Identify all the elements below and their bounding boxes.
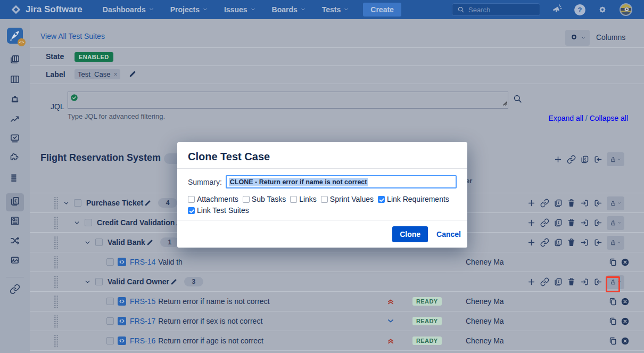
checkbox-unchecked[interactable] bbox=[290, 196, 297, 203]
sidebar-item-test-report-icon[interactable] bbox=[10, 217, 20, 227]
checkbox-unchecked[interactable] bbox=[243, 196, 250, 203]
clone-option-attachments[interactable]: Attachments bbox=[188, 195, 238, 203]
issue-key-link[interactable]: FRS-14 bbox=[130, 258, 155, 266]
nav-item-boards[interactable]: Boards bbox=[272, 5, 306, 14]
clone-suite-icon[interactable] bbox=[554, 199, 563, 208]
add-icon[interactable] bbox=[527, 218, 536, 227]
drag-handle-icon[interactable] bbox=[53, 216, 59, 229]
edit-label-pencil-icon[interactable] bbox=[129, 70, 137, 80]
link-icon[interactable] bbox=[540, 218, 549, 227]
nav-item-tests[interactable]: Tests bbox=[322, 5, 350, 14]
nav-item-dashboards[interactable]: Dashboards bbox=[103, 5, 154, 14]
export-share-dropdown-button[interactable] bbox=[607, 152, 624, 166]
collapse-chevron-icon[interactable] bbox=[84, 278, 91, 285]
clone-option-link-requirements[interactable]: Link Requirements bbox=[378, 195, 449, 203]
delete-trash-icon[interactable] bbox=[567, 238, 576, 247]
drag-handle-icon[interactable] bbox=[53, 295, 59, 308]
create-button[interactable]: Create bbox=[363, 3, 401, 17]
nav-item-projects[interactable]: Projects bbox=[170, 5, 208, 14]
row-checkbox[interactable] bbox=[106, 258, 114, 266]
sidebar-item-reports-chart-icon[interactable] bbox=[10, 114, 20, 125]
link-icon[interactable] bbox=[540, 199, 549, 208]
clone-option-sprint-values[interactable]: Sprint Values bbox=[321, 195, 374, 203]
edit-suite-pencil-icon[interactable] bbox=[170, 278, 178, 285]
announcements-megaphone-icon[interactable] bbox=[552, 4, 563, 15]
row-checkbox[interactable] bbox=[85, 219, 92, 226]
collapse-chevron-icon[interactable] bbox=[73, 219, 80, 226]
export-share-dropdown-button[interactable] bbox=[607, 216, 624, 230]
move-in-icon[interactable] bbox=[580, 238, 589, 247]
checkbox-checked[interactable] bbox=[378, 196, 385, 203]
sidebar-item-board-icon[interactable] bbox=[10, 75, 20, 86]
jql-search-icon[interactable] bbox=[513, 94, 523, 106]
drag-handle-icon[interactable] bbox=[53, 334, 59, 348]
sidebar-item-test-suites-pages-icon[interactable] bbox=[6, 193, 24, 211]
move-in-icon[interactable] bbox=[580, 199, 589, 208]
sidebar-item-backlog-icon[interactable] bbox=[10, 55, 20, 66]
clone-suite-icon[interactable] bbox=[580, 155, 589, 164]
clone-test-case-icon[interactable] bbox=[608, 317, 617, 326]
move-in-icon[interactable] bbox=[580, 277, 589, 286]
clone-button[interactable]: Clone bbox=[392, 226, 428, 242]
clone-test-case-icon[interactable] bbox=[608, 297, 617, 306]
move-in-icon[interactable] bbox=[580, 218, 589, 227]
export-icon[interactable] bbox=[593, 199, 602, 208]
delete-trash-icon[interactable] bbox=[567, 277, 576, 286]
export-share-dropdown-button[interactable] bbox=[607, 196, 624, 210]
view-all-test-suites-link[interactable]: View All Test Suites bbox=[40, 32, 105, 40]
edit-suite-pencil-icon[interactable] bbox=[146, 239, 154, 246]
export-icon[interactable] bbox=[593, 155, 602, 164]
sidebar-item-link-icon[interactable] bbox=[10, 285, 20, 295]
drag-handle-icon[interactable] bbox=[53, 196, 59, 210]
collapse-all-link[interactable]: Collapse all bbox=[590, 114, 628, 122]
link-icon[interactable] bbox=[540, 238, 549, 247]
add-icon[interactable] bbox=[527, 238, 536, 247]
sidebar-item-gallery-image-icon[interactable] bbox=[10, 256, 20, 267]
delete-trash-icon[interactable] bbox=[567, 218, 576, 227]
add-icon[interactable] bbox=[527, 199, 536, 208]
row-checkbox[interactable] bbox=[106, 317, 114, 325]
clone-test-case-icon[interactable] bbox=[608, 336, 617, 346]
jql-input[interactable] bbox=[68, 92, 508, 109]
export-icon[interactable] bbox=[593, 277, 602, 286]
link-icon[interactable] bbox=[567, 155, 576, 164]
project-avatar[interactable]: <> bbox=[7, 28, 23, 44]
clone-suite-icon[interactable] bbox=[554, 238, 563, 247]
sidebar-item-test-plan-monitor-icon[interactable] bbox=[10, 134, 20, 145]
add-icon[interactable] bbox=[554, 155, 563, 164]
add-icon[interactable] bbox=[527, 277, 536, 286]
clone-option-link-test-suites[interactable]: Link Test Suites bbox=[188, 206, 249, 215]
search-input[interactable]: Search bbox=[452, 3, 540, 16]
issue-key-link[interactable]: FRS-17 bbox=[130, 317, 155, 325]
export-share-dropdown-button[interactable] bbox=[607, 236, 624, 250]
gear-icon[interactable] bbox=[597, 4, 608, 15]
edit-suite-pencil-icon[interactable] bbox=[144, 199, 152, 207]
export-icon[interactable] bbox=[593, 218, 602, 227]
drag-handle-icon[interactable] bbox=[53, 236, 59, 249]
clone-suite-icon[interactable] bbox=[554, 218, 563, 227]
remove-icon[interactable] bbox=[621, 258, 630, 267]
nav-item-issues[interactable]: Issues bbox=[224, 5, 256, 14]
sidebar-item-releases-ship-icon[interactable] bbox=[10, 95, 20, 105]
checkbox-checked[interactable] bbox=[188, 207, 195, 214]
sidebar-item-shuffle-icon[interactable] bbox=[10, 236, 20, 247]
clone-option-links[interactable]: Links bbox=[290, 195, 317, 203]
drag-handle-icon[interactable] bbox=[53, 275, 59, 289]
row-checkbox[interactable] bbox=[95, 278, 103, 285]
sidebar-item-addons-puzzle-icon[interactable] bbox=[10, 154, 20, 165]
issue-key-link[interactable]: FRS-16 bbox=[130, 336, 155, 345]
summary-input[interactable]: CLONE - Return error if name is not corr… bbox=[226, 175, 457, 188]
jira-logo[interactable]: Jira Software bbox=[11, 4, 82, 15]
checkbox-unchecked[interactable] bbox=[188, 196, 195, 203]
row-checkbox[interactable] bbox=[95, 239, 103, 246]
help-icon[interactable]: ? bbox=[574, 4, 585, 15]
remove-icon[interactable] bbox=[621, 336, 630, 346]
resize-handle[interactable] bbox=[502, 98, 507, 108]
row-checkbox[interactable] bbox=[74, 199, 81, 207]
clone-option-sub-tasks[interactable]: Sub Tasks bbox=[243, 195, 286, 203]
clone-test-case-icon[interactable] bbox=[608, 258, 617, 267]
user-avatar[interactable] bbox=[620, 3, 632, 16]
settings-dropdown-button[interactable] bbox=[565, 30, 590, 46]
checkbox-unchecked[interactable] bbox=[321, 196, 328, 203]
remove-label-icon[interactable]: × bbox=[113, 71, 117, 78]
